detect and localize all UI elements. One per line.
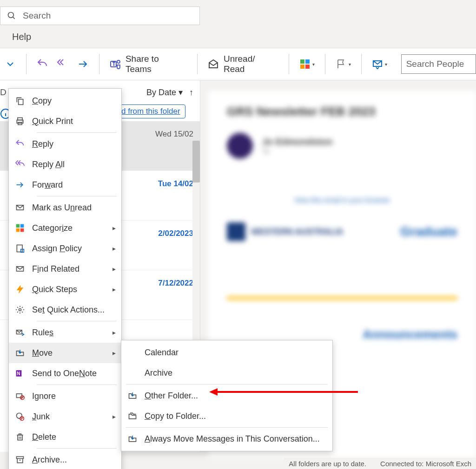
lightning-icon [15, 285, 25, 294]
print-icon [15, 117, 25, 126]
separator [197, 54, 198, 74]
move-always-move[interactable]: Always Move Messages in This Conversatio… [121, 429, 332, 449]
people-search-placeholder: Search People [406, 59, 464, 69]
status-bar: All folders are up to date. Connected to… [284, 458, 476, 469]
move-to-folder-icon [128, 434, 137, 443]
separator [26, 54, 26, 74]
rules-icon [15, 328, 25, 337]
context-set-quick-actions[interactable]: Set Quick Actions... [9, 300, 121, 320]
context-move[interactable]: Move▸ [9, 343, 121, 363]
context-copy[interactable]: Copy [9, 91, 121, 111]
sort-by-button[interactable]: By Date ▾ [146, 87, 183, 98]
menubar: Help [0, 25, 476, 48]
separator [325, 54, 325, 74]
svg-rect-7 [300, 65, 304, 69]
context-junk[interactable]: Junk▸ [9, 406, 121, 427]
archive-icon [15, 455, 25, 464]
flag-icon [336, 59, 347, 70]
svg-point-17 [22, 121, 23, 122]
message-context-menu: Copy Quick Print Reply Reply All Forward… [8, 88, 122, 469]
junk-icon [15, 412, 25, 421]
svg-point-4 [117, 60, 120, 63]
chevron-down-icon: ▾ [385, 62, 387, 67]
context-find-related[interactable]: Find Related▸ [9, 259, 121, 279]
status-connection: Connected to: Microsoft Exch [380, 460, 471, 468]
separator [289, 54, 289, 74]
svg-rect-20 [16, 224, 20, 228]
global-search[interactable]: Search [0, 7, 200, 25]
context-forward[interactable]: Forward [9, 175, 121, 195]
context-quick-steps[interactable]: Quick Steps▸ [9, 279, 121, 300]
undo-icon [37, 59, 48, 70]
onenote-icon: N [15, 369, 25, 378]
svg-rect-22 [16, 228, 20, 232]
context-quick-print[interactable]: Quick Print [9, 111, 121, 131]
search-placeholder: Search [23, 11, 51, 21]
share-to-teams-button[interactable]: Share to Teams [105, 54, 192, 74]
envelope-icon [15, 203, 25, 212]
scroll-thumb[interactable] [192, 141, 200, 182]
move-calendar[interactable]: Calendar [121, 342, 332, 363]
move-copy-to-folder[interactable]: Copy to Folder... [121, 406, 332, 426]
undo-button[interactable] [32, 54, 53, 74]
context-mark-unread[interactable]: Mark as Unread [9, 197, 121, 218]
find-related-icon [15, 264, 25, 274]
folder-filter-link[interactable]: d from this folder [116, 104, 185, 118]
categories-icon [15, 223, 25, 233]
send-receive-icon [372, 59, 383, 70]
context-reply-all[interactable]: Reply All [9, 154, 121, 175]
redo-button[interactable] [73, 54, 93, 74]
share-to-teams-label: Share to Teams [126, 54, 187, 74]
dropdown-button[interactable] [0, 54, 20, 74]
search-icon [7, 11, 16, 20]
reply-all-icon [15, 160, 25, 169]
categorize-button[interactable]: ▾ [295, 54, 319, 74]
context-archive[interactable]: Archive... [9, 449, 121, 469]
people-search[interactable]: Search People [401, 54, 476, 74]
ignore-icon [15, 391, 25, 401]
context-reply[interactable]: Reply [9, 134, 121, 154]
svg-rect-21 [20, 224, 24, 228]
separator [99, 54, 99, 74]
message-from: Jo Edmondston [262, 137, 332, 147]
annotation-arrow [209, 386, 358, 397]
undo-all-button[interactable] [53, 54, 73, 74]
svg-rect-5 [300, 59, 304, 64]
svg-rect-6 [305, 59, 310, 64]
move-to-folder-icon [128, 391, 137, 400]
svg-point-0 [8, 13, 14, 18]
svg-marker-27 [17, 286, 23, 293]
help-menu[interactable]: Help [12, 32, 31, 42]
context-categorize[interactable]: Categorize▸ [9, 218, 121, 238]
send-receive-button[interactable]: ▾ [367, 54, 392, 74]
move-archive[interactable]: Archive [121, 363, 332, 383]
separator [361, 54, 362, 74]
svg-rect-13 [19, 99, 23, 105]
context-assign-policy[interactable]: Assign Policy▸ [9, 238, 121, 259]
avatar [227, 133, 253, 159]
move-to-folder-icon [15, 348, 25, 358]
redo-icon [78, 59, 89, 70]
forward-icon [15, 180, 25, 189]
svg-rect-24 [17, 245, 22, 252]
context-ignore[interactable]: Ignore [9, 386, 121, 406]
svg-line-1 [13, 17, 15, 19]
undo-all-icon [57, 59, 68, 70]
sort-direction-button[interactable]: ↑ [189, 88, 193, 98]
chevron-down-icon [5, 59, 16, 70]
org-logo [227, 222, 245, 241]
chevron-down-icon: ▾ [312, 62, 315, 67]
envelope-open-icon [208, 59, 219, 70]
unread-read-button[interactable]: Unread/ Read [203, 54, 283, 74]
svg-text:N: N [17, 371, 20, 376]
ribbon: Share to Teams Unread/ Read ▾ ▾ ▾ Search… [0, 48, 476, 80]
context-delete[interactable]: Delete [9, 427, 121, 447]
gear-icon [15, 305, 25, 314]
context-send-onenote[interactable]: N Send to OneNote [9, 363, 121, 384]
flag-button[interactable]: ▾ [331, 54, 356, 74]
trash-icon [15, 432, 25, 442]
svg-rect-23 [20, 228, 24, 232]
svg-point-28 [19, 309, 21, 311]
svg-marker-43 [209, 388, 218, 396]
context-rules[interactable]: Rules▸ [9, 322, 121, 343]
